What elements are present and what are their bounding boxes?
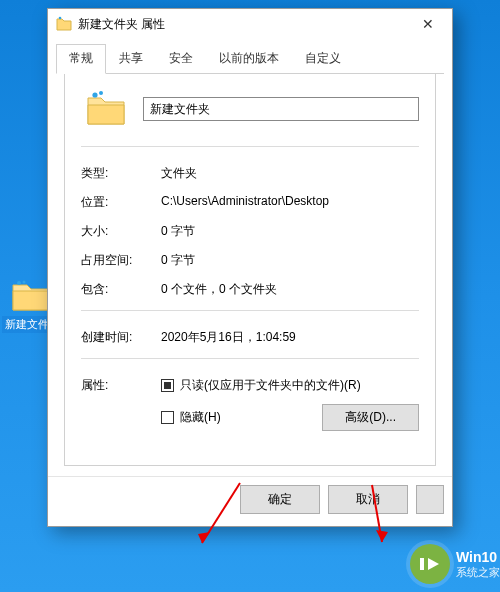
separator <box>81 358 419 359</box>
size-label: 大小: <box>81 223 161 240</box>
created-value: 2020年5月16日，1:04:59 <box>161 329 419 346</box>
hidden-checkbox[interactable] <box>161 411 174 424</box>
watermark-line2: 系统之家 <box>456 565 500 580</box>
contains-value: 0 个文件，0 个文件夹 <box>161 281 419 298</box>
svg-marker-8 <box>376 530 388 542</box>
location-label: 位置: <box>81 194 161 211</box>
titlebar[interactable]: 新建文件夹 属性 ✕ <box>48 9 452 39</box>
dialog-button-row: 确定 取消 <box>48 476 452 526</box>
svg-point-0 <box>17 281 21 285</box>
apply-button[interactable] <box>416 485 444 514</box>
svg-point-2 <box>59 17 62 20</box>
tab-strip: 常规 共享 安全 以前的版本 自定义 <box>56 43 444 74</box>
readonly-checkbox[interactable] <box>161 379 174 392</box>
separator <box>81 146 419 147</box>
hidden-label: 隐藏(H) <box>180 409 221 426</box>
size-on-disk-value: 0 字节 <box>161 252 419 269</box>
svg-point-3 <box>92 92 97 97</box>
svg-point-1 <box>23 281 26 284</box>
advanced-button[interactable]: 高级(D)... <box>322 404 419 431</box>
tab-previous-versions[interactable]: 以前的版本 <box>206 44 292 74</box>
folder-name-input[interactable] <box>143 97 419 121</box>
size-on-disk-label: 占用空间: <box>81 252 161 269</box>
attributes-label: 属性: <box>81 377 161 441</box>
dialog-title: 新建文件夹 属性 <box>78 16 408 33</box>
location-value: C:\Users\Administrator\Desktop <box>161 194 419 211</box>
svg-marker-10 <box>428 558 439 570</box>
cancel-button[interactable]: 取消 <box>328 485 408 514</box>
watermark: Win10 系统之家 <box>410 544 500 584</box>
svg-point-4 <box>99 91 103 95</box>
tab-customize[interactable]: 自定义 <box>292 44 354 74</box>
svg-rect-9 <box>420 558 424 570</box>
size-value: 0 字节 <box>161 223 419 240</box>
watermark-line1: Win10 <box>456 549 500 565</box>
watermark-logo <box>410 544 450 584</box>
svg-marker-6 <box>198 532 210 543</box>
folder-icon <box>56 16 72 32</box>
type-label: 类型: <box>81 165 161 182</box>
readonly-label: 只读(仅应用于文件夹中的文件)(R) <box>180 377 361 394</box>
type-value: 文件夹 <box>161 165 419 182</box>
ok-button[interactable]: 确定 <box>240 485 320 514</box>
folder-properties-dialog: 新建文件夹 属性 ✕ 常规 共享 安全 以前的版本 自定义 <box>47 8 453 527</box>
contains-label: 包含: <box>81 281 161 298</box>
close-icon: ✕ <box>422 16 434 32</box>
tab-sharing[interactable]: 共享 <box>106 44 156 74</box>
created-label: 创建时间: <box>81 329 161 346</box>
tab-panel-general: 类型: 文件夹 位置: C:\Users\Administrator\Deskt… <box>64 74 436 466</box>
close-button[interactable]: ✕ <box>408 11 448 37</box>
tab-security[interactable]: 安全 <box>156 44 206 74</box>
folder-large-icon <box>85 88 127 130</box>
tab-general[interactable]: 常规 <box>56 44 106 74</box>
separator <box>81 310 419 311</box>
